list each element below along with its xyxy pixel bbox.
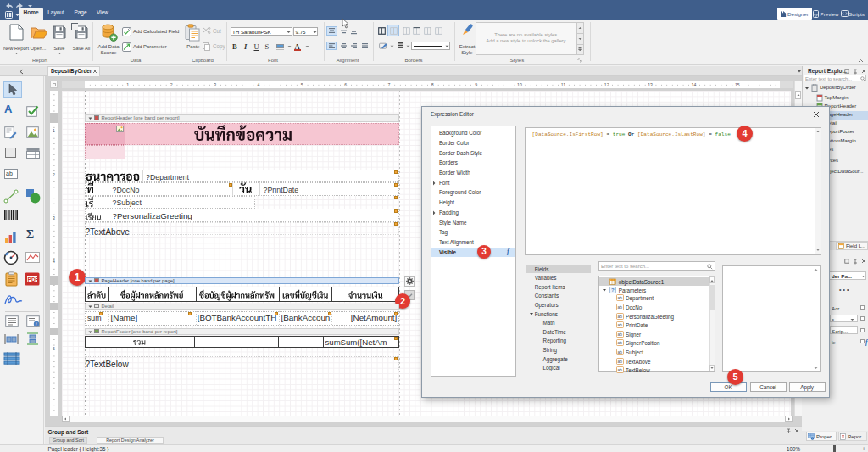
svg-text:ab: ab xyxy=(617,314,622,318)
svg-text:8: 8 xyxy=(431,82,434,87)
svg-text:3: 3 xyxy=(214,82,216,87)
svg-text:ab: ab xyxy=(617,305,622,310)
svg-text:5: 5 xyxy=(301,82,303,87)
svg-text:11: 11 xyxy=(561,82,565,87)
svg-text:6: 6 xyxy=(344,82,347,87)
svg-text:9: 9 xyxy=(475,82,477,87)
svg-text:ab: ab xyxy=(617,323,622,327)
svg-text:ab: ab xyxy=(617,341,622,345)
svg-text:ab: ab xyxy=(617,296,622,300)
svg-text:15: 15 xyxy=(735,82,740,87)
svg-text:2: 2 xyxy=(170,82,173,87)
svg-text:6: 6 xyxy=(53,346,55,351)
svg-text:ab: ab xyxy=(617,350,622,354)
svg-text:7: 7 xyxy=(387,82,390,87)
svg-text:1: 1 xyxy=(126,82,129,87)
svg-text:10: 10 xyxy=(517,82,522,87)
svg-text:ab: ab xyxy=(617,359,622,363)
svg-text:13: 13 xyxy=(648,82,653,87)
svg-text:12: 12 xyxy=(604,82,609,87)
svg-text:14: 14 xyxy=(692,82,697,87)
svg-text:4: 4 xyxy=(53,259,55,264)
svg-text:3: 3 xyxy=(53,215,55,220)
svg-text:1: 1 xyxy=(53,128,55,133)
svg-text:4: 4 xyxy=(257,82,259,87)
svg-text:?: ? xyxy=(611,287,615,293)
svg-text:ab: ab xyxy=(617,368,622,372)
svg-text:ab: ab xyxy=(617,332,622,337)
svg-text:2: 2 xyxy=(53,172,55,177)
